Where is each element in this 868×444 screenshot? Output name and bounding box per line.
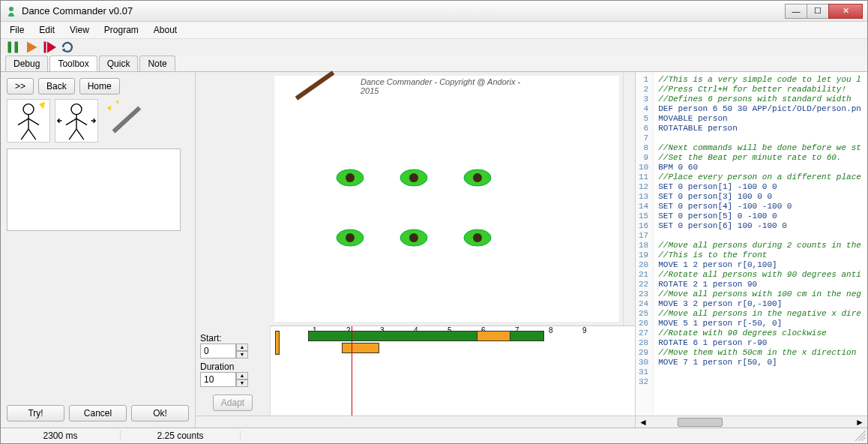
status-counts: 2.25 counts [121, 430, 241, 441]
menu-view[interactable]: View [70, 25, 89, 35]
svg-line-18 [69, 130, 76, 140]
svg-marker-5 [47, 42, 56, 53]
start-down[interactable]: ▼ [236, 351, 248, 358]
play-icon[interactable] [25, 40, 38, 54]
svg-marker-13 [39, 102, 45, 110]
tool-wand[interactable] [103, 99, 146, 142]
timeline[interactable]: 123456789 [271, 326, 635, 416]
svg-point-32 [409, 233, 418, 242]
maximize-button[interactable]: ☐ [807, 4, 829, 19]
app-icon [5, 5, 17, 17]
timeline-props: Start: ▲▼ Duration ▲▼ Adapt [196, 326, 271, 416]
center-panel: Dance Commander - Copyright @ Andorix - … [196, 72, 635, 428]
svg-marker-22 [115, 100, 118, 105]
svg-point-0 [9, 7, 13, 11]
sketch-area[interactable] [7, 148, 181, 231]
toolbar [1, 38, 867, 56]
svg-marker-3 [27, 42, 37, 53]
svg-point-26 [409, 173, 418, 182]
svg-point-24 [346, 173, 355, 182]
svg-line-9 [18, 119, 28, 125]
nav-forward-button[interactable]: >> [7, 78, 34, 94]
timeline-marker[interactable] [275, 331, 280, 355]
window-title: Dance Commander v0.07 [22, 5, 786, 16]
close-button[interactable]: ✕ [828, 4, 863, 19]
menu-about[interactable]: About [154, 25, 177, 35]
tab-toolbox[interactable]: Toolbox [49, 56, 97, 71]
dancer[interactable] [462, 166, 493, 190]
duration-down[interactable]: ▼ [236, 380, 248, 387]
svg-line-17 [76, 119, 87, 125]
cancel-button[interactable]: Cancel [69, 405, 127, 422]
stage-caption: Dance Commander - Copyright @ Andorix - … [361, 77, 533, 95]
svg-rect-1 [8, 42, 12, 53]
statusbar: 2300 ms 2.25 counts [1, 428, 867, 443]
dancer[interactable] [398, 226, 430, 250]
svg-point-30 [346, 233, 355, 242]
adapt-button[interactable]: Adapt [213, 394, 253, 411]
center-h-scroll[interactable] [196, 416, 635, 428]
try-button[interactable]: Try! [7, 405, 64, 422]
duration-label: Duration [200, 362, 265, 372]
duration-up[interactable]: ▲ [236, 372, 248, 380]
app-window: Dance Commander v0.07 — ☐ ✕ File Edit Vi… [0, 0, 868, 444]
dancer[interactable] [334, 166, 366, 190]
svg-point-34 [473, 233, 482, 242]
dancer[interactable] [334, 226, 366, 250]
tab-debug[interactable]: Debug [5, 56, 48, 71]
stage[interactable]: Dance Commander - Copyright @ Andorix - … [274, 75, 620, 322]
menu-program[interactable]: Program [104, 25, 139, 35]
code-h-scroll[interactable]: ◄► [636, 416, 867, 428]
resize-grip-icon[interactable] [854, 429, 867, 442]
nav-home-button[interactable]: Home [79, 78, 120, 94]
svg-line-19 [76, 130, 84, 140]
ok-button[interactable]: Ok! [131, 405, 189, 422]
left-panel: >> Back Home Try! Cancel Ok! [1, 72, 196, 428]
tabs: Debug Toolbox Quick Note [1, 56, 867, 72]
duration-input[interactable] [200, 372, 236, 387]
svg-marker-21 [107, 106, 112, 111]
dancer[interactable] [398, 166, 430, 190]
start-label: Start: [200, 333, 265, 344]
status-time: 2300 ms [1, 430, 121, 441]
svg-line-12 [28, 130, 36, 140]
play-next-icon[interactable] [43, 40, 56, 54]
timeline-tick: 9 [582, 326, 587, 334]
start-input[interactable] [200, 344, 236, 358]
svg-rect-2 [15, 42, 19, 53]
code-editor[interactable]: 1234567891011121314151617181920212223242… [636, 72, 867, 416]
loop-icon[interactable] [61, 40, 74, 54]
svg-rect-4 [44, 42, 46, 53]
svg-line-11 [21, 130, 28, 140]
titlebar: Dance Commander v0.07 — ☐ ✕ [1, 1, 867, 22]
stage-scrollbar[interactable] [623, 72, 635, 326]
baton-prop [295, 71, 335, 100]
menubar: File Edit View Program About [1, 22, 867, 38]
tab-note[interactable]: Note [139, 56, 175, 71]
svg-line-16 [66, 119, 76, 125]
start-up[interactable]: ▲ [236, 344, 248, 351]
svg-point-7 [23, 104, 34, 115]
minimize-button[interactable]: — [785, 4, 807, 19]
timeline-block[interactable] [342, 343, 379, 353]
pause-icon[interactable] [7, 40, 20, 54]
timeline-tick: 8 [549, 326, 553, 334]
svg-line-10 [28, 119, 39, 125]
playhead[interactable] [352, 326, 352, 416]
dancer[interactable] [462, 226, 493, 250]
nav-back-button[interactable]: Back [38, 78, 75, 94]
svg-point-28 [473, 173, 482, 182]
menu-edit[interactable]: Edit [39, 25, 55, 35]
svg-point-14 [71, 104, 82, 115]
tool-move-figure[interactable] [55, 99, 98, 142]
menu-file[interactable]: File [10, 25, 24, 35]
code-panel: 1234567891011121314151617181920212223242… [635, 72, 867, 428]
svg-line-20 [114, 108, 140, 132]
timeline-block[interactable] [477, 331, 510, 341]
tab-quick[interactable]: Quick [99, 56, 139, 71]
tool-stick-figure[interactable] [7, 99, 50, 142]
